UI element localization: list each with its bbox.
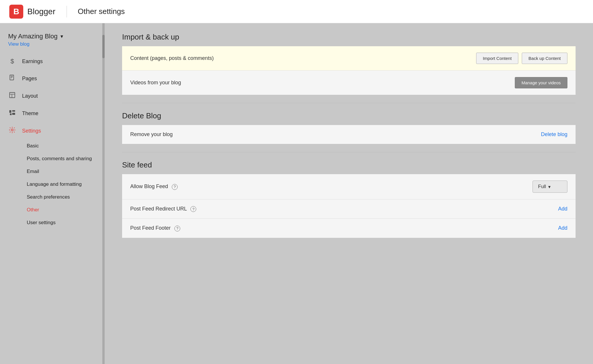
site-feed-title: Site feed [122,160,576,169]
import-backup-title: Import & back up [122,33,576,42]
delete-blog-title: Delete Blog [122,111,576,120]
svg-rect-8 [9,110,11,113]
import-backup-section: Import & back up Content (pages, posts &… [122,33,576,95]
allow-blog-feed-help-icon[interactable]: ? [172,184,178,190]
sub-nav-basic[interactable]: Basic [22,140,105,152]
delete-blog-button[interactable]: Delete blog [541,131,567,138]
backup-content-button[interactable]: Back up Content [522,53,567,64]
sub-nav-language[interactable]: Language and formatting [22,178,105,191]
section-divider-2 [122,152,576,152]
sidebar-item-theme[interactable]: Theme [0,105,105,122]
svg-rect-4 [10,92,15,98]
svg-point-11 [11,129,13,131]
settings-icon [8,127,16,135]
pages-icon [8,74,16,83]
sidebar-item-label: Pages [22,76,37,82]
theme-icon [8,109,16,117]
post-feed-footer-row: Post Feed Footer ? Add [122,219,576,238]
post-feed-redirect-actions: Add [558,206,567,212]
sidebar-scrollbar[interactable] [102,23,105,364]
scrollbar-thumb[interactable] [102,35,105,58]
allow-blog-feed-actions: Full ▾ [533,181,567,193]
blog-title-row[interactable]: My Amazing Blog ▾ [0,30,105,41]
sub-nav-search[interactable]: Search preferences [22,191,105,204]
view-blog-link[interactable]: View blog [0,41,105,53]
svg-rect-10 [12,113,15,115]
layout-icon [8,92,16,100]
content-row: Content (pages, posts & comments) Import… [122,46,576,71]
svg-rect-0 [10,75,14,80]
post-feed-redirect-label: Post Feed Redirect URL ? [130,206,558,212]
dollar-icon: $ [8,58,16,65]
remove-blog-row: Remove your blog Delete blog [122,125,576,144]
post-feed-redirect-row: Post Feed Redirect URL ? Add [122,199,576,219]
page-title: Other settings [78,7,125,16]
sidebar-item-label: Theme [22,110,38,117]
post-feed-footer-label: Post Feed Footer ? [130,225,558,231]
videos-row: Videos from your blog Manage your videos [122,71,576,95]
sidebar-item-settings[interactable]: Settings [0,122,105,140]
sub-nav-email[interactable]: Email [22,165,105,178]
sidebar-item-label: Layout [22,93,38,99]
app-name: Blogger [27,7,56,16]
manage-videos-button[interactable]: Manage your videos [515,77,567,88]
svg-rect-9 [12,110,15,112]
blog-dropdown-icon[interactable]: ▾ [60,33,63,40]
sidebar-item-earnings[interactable]: $ Earnings [0,53,105,70]
section-divider-1 [122,103,576,103]
svg-rect-1 [11,76,13,76]
content-label: Content (pages, posts & comments) [130,55,476,61]
post-feed-footer-actions: Add [558,225,567,231]
main-layout: My Amazing Blog ▾ View blog $ Earnings [0,23,593,364]
videos-actions: Manage your videos [515,77,567,88]
svg-rect-2 [11,77,13,77]
videos-label: Videos from your blog [130,80,515,86]
content-actions: Import Content Back up Content [476,53,567,64]
allow-blog-feed-label: Allow Blog Feed ? [130,183,533,190]
main-content: Import & back up Content (pages, posts &… [105,23,593,364]
sidebar-item-label: Settings [22,128,41,134]
post-feed-redirect-add-button[interactable]: Add [558,206,567,212]
header-divider [67,6,67,17]
sidebar: My Amazing Blog ▾ View blog $ Earnings [0,23,105,364]
remove-blog-label: Remove your blog [130,131,541,138]
sidebar-item-label: Earnings [22,58,43,65]
allow-blog-feed-select[interactable]: Full ▾ [533,181,567,193]
sub-nav-other[interactable]: Other [22,204,105,216]
site-feed-section: Site feed Allow Blog Feed ? Full ▾ Post … [122,160,576,238]
delete-blog-section: Delete Blog Remove your blog Delete blog [122,111,576,144]
post-feed-footer-add-button[interactable]: Add [558,225,567,231]
sidebar-item-pages[interactable]: Pages [0,70,105,87]
settings-sub-nav: Basic Posts, comments and sharing Email … [0,140,105,229]
select-value: Full [538,184,546,190]
select-arrow-icon: ▾ [548,184,551,190]
post-feed-redirect-help-icon[interactable]: ? [190,206,196,212]
sidebar-item-layout[interactable]: Layout [0,87,105,105]
sub-nav-posts-comments[interactable]: Posts, comments and sharing [22,152,105,165]
import-content-button[interactable]: Import Content [476,53,518,64]
delete-blog-actions: Delete blog [541,131,567,138]
header: B Blogger Other settings [0,0,593,23]
sidebar-nav: $ Earnings Pages [0,53,105,229]
svg-rect-3 [11,78,12,78]
sub-nav-user-settings[interactable]: User settings [22,216,105,229]
allow-blog-feed-row: Allow Blog Feed ? Full ▾ [122,174,576,199]
svg-rect-7 [10,113,12,115]
blog-title: My Amazing Blog [8,33,58,40]
post-feed-footer-help-icon[interactable]: ? [174,226,180,231]
blogger-logo-icon: B [9,5,23,19]
logo-group: B Blogger Other settings [9,5,125,19]
